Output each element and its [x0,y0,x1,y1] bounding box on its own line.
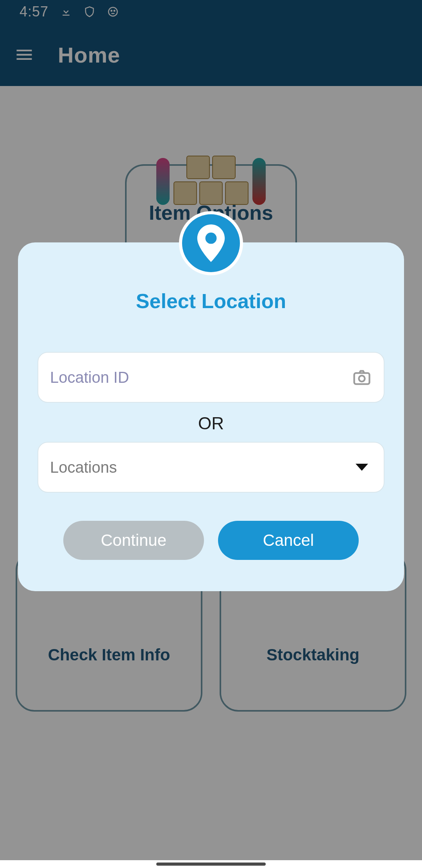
chevron-down-icon [356,464,368,471]
continue-button[interactable]: Continue [63,521,204,560]
system-nav-bar [0,860,422,868]
svg-point-4 [359,376,365,382]
location-id-field[interactable] [38,352,384,403]
svg-rect-3 [354,373,370,384]
location-pin-icon [182,214,240,272]
nav-handle[interactable] [156,863,266,866]
select-location-dialog: Select Location OR Locations Continue Ca… [18,242,404,591]
cancel-button[interactable]: Cancel [218,521,359,560]
locations-dropdown[interactable]: Locations [38,442,384,493]
location-id-input[interactable] [50,369,352,386]
camera-icon[interactable] [352,367,372,387]
dropdown-label: Locations [50,459,117,476]
dialog-title: Select Location [136,289,286,313]
modal-overlay[interactable]: Select Location OR Locations Continue Ca… [0,0,422,860]
dialog-actions: Continue Cancel [38,521,384,560]
dialog-badge [179,211,243,275]
or-divider: OR [198,414,224,433]
